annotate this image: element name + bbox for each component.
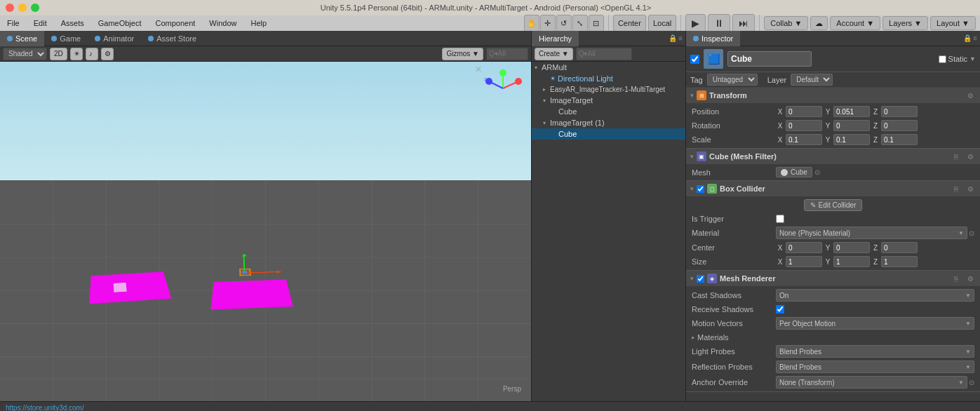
tool-rotate[interactable]: ↺ — [556, 15, 572, 32]
inspector-menu[interactable]: ≡ — [973, 34, 977, 42]
rotation-y-input[interactable] — [833, 120, 870, 131]
coord-local-button[interactable]: Local — [648, 15, 676, 32]
mesh-value-display[interactable]: Cube — [776, 167, 812, 177]
object-enable-checkbox[interactable] — [690, 55, 699, 64]
pivot-center-button[interactable]: Center — [613, 15, 646, 32]
meshfilter-settings-icon[interactable]: ⚙ — [965, 151, 976, 162]
material-select-icon[interactable]: ⊙ — [969, 229, 974, 237]
meshrenderer-header[interactable]: ▾ ◈ Mesh Renderer ⎘ ⚙ — [686, 271, 980, 286]
boxcollider-settings-icon[interactable]: ⚙ — [965, 183, 976, 194]
menu-assets[interactable]: Assets — [54, 15, 91, 31]
tab-scene[interactable]: Scene — [0, 31, 44, 46]
hierarchy-search-input[interactable] — [576, 48, 632, 60]
position-z-input[interactable] — [881, 106, 918, 117]
meshrenderer-settings-icon[interactable]: ⚙ — [965, 273, 976, 284]
tool-rect[interactable]: ⊡ — [589, 15, 604, 32]
hierarchy-item-imagetarget[interactable]: ▾ ImageTarget — [532, 95, 685, 106]
size-x-input[interactable] — [786, 256, 822, 267]
inspector-lock[interactable]: 🔒 — [963, 34, 972, 42]
position-x-input[interactable] — [786, 106, 822, 117]
step-button[interactable]: ⏭ — [732, 14, 755, 32]
center-z-input[interactable] — [881, 242, 918, 253]
account-button[interactable]: Account ▼ — [830, 16, 880, 30]
meshfilter-copy-icon[interactable]: ⎘ — [951, 151, 962, 162]
reflection-probes-dropdown[interactable]: Blend Probes ▼ — [776, 361, 974, 373]
window-controls[interactable] — [6, 4, 39, 12]
hierarchy-item-cube1[interactable]: Cube — [532, 106, 685, 117]
viewport[interactable]: x y z Persp ✕ — [0, 62, 531, 401]
menu-file[interactable]: File — [0, 15, 27, 31]
scale-z-input[interactable] — [881, 134, 918, 145]
boxcollider-copy-icon[interactable]: ⎘ — [951, 183, 962, 194]
meshfilter-header[interactable]: ▾ ▣ Cube (Mesh Filter) ⎘ ⚙ — [686, 149, 980, 164]
hierarchy-lock[interactable]: 🔒 — [669, 34, 677, 42]
layers-button[interactable]: Layers ▼ — [882, 16, 928, 30]
transform-header[interactable]: ▾ ⊞ Transform ⚙ — [686, 88, 980, 103]
pause-button[interactable]: ⏸ — [708, 14, 730, 32]
play-button[interactable]: ▶ — [685, 14, 706, 32]
viewport-close-btn[interactable]: ✕ — [475, 65, 482, 74]
materials-expand-icon[interactable]: ▸ — [692, 334, 695, 341]
hierarchy-item-imagetarget2[interactable]: ▾ ImageTarget (1) — [532, 117, 685, 128]
shading-select[interactable]: Shaded — [3, 48, 47, 60]
tool-scale[interactable]: ⤡ — [572, 15, 588, 32]
tool-move[interactable]: ✛ — [540, 15, 556, 32]
scene-search-input[interactable] — [486, 48, 528, 60]
menu-window[interactable]: Window — [202, 15, 243, 31]
menu-help[interactable]: Help — [243, 15, 274, 31]
cast-shadows-dropdown[interactable]: On ▼ — [776, 289, 974, 302]
mesh-select-icon[interactable]: ⊙ — [814, 168, 820, 176]
rotation-z-input[interactable] — [881, 120, 918, 131]
static-checkbox[interactable] — [939, 55, 946, 63]
tab-inspector[interactable]: Inspector — [686, 31, 740, 46]
cloud-button[interactable]: ☁ — [810, 16, 828, 30]
boxcollider-enable-checkbox[interactable] — [697, 185, 704, 193]
menu-gameobject[interactable]: GameObject — [91, 15, 149, 31]
tab-assetstore[interactable]: Asset Store — [141, 31, 203, 46]
static-toggle[interactable]: Static ▼ — [939, 55, 976, 63]
static-dropdown-arrow[interactable]: ▼ — [969, 55, 976, 62]
tab-hierarchy[interactable]: Hierarchy — [532, 31, 579, 46]
maximize-button[interactable] — [31, 4, 39, 12]
receive-shadows-checkbox[interactable] — [776, 305, 784, 314]
center-x-input[interactable] — [786, 242, 822, 253]
edit-collider-button[interactable]: ✎ Edit Collider — [804, 199, 863, 211]
minimize-button[interactable] — [18, 4, 27, 12]
position-y-input[interactable] — [833, 106, 870, 117]
tool-hand[interactable]: ✋ — [524, 15, 539, 32]
motion-vectors-dropdown[interactable]: Per Object Motion ▼ — [776, 317, 974, 330]
light-probes-dropdown[interactable]: Blend Probes ▼ — [776, 345, 974, 358]
anchor-select-icon[interactable]: ⊙ — [969, 379, 974, 386]
lighting-button[interactable]: ☀ — [70, 48, 83, 60]
anchor-override-dropdown[interactable]: None (Transform) ▼ — [776, 376, 967, 389]
audio-button[interactable]: ♪ — [86, 48, 98, 60]
object-name-input[interactable] — [727, 51, 812, 67]
layer-select[interactable]: Default — [791, 74, 833, 86]
tag-select[interactable]: Untagged — [707, 74, 758, 86]
hierarchy-item-cube2[interactable]: Cube — [532, 128, 685, 140]
menu-component[interactable]: Component — [148, 15, 202, 31]
size-z-input[interactable] — [881, 256, 918, 267]
transform-settings-icon[interactable]: ⚙ — [965, 90, 976, 101]
scale-x-input[interactable] — [786, 134, 822, 145]
boxcollider-header[interactable]: ▾ ◻ Box Collider ⎘ ⚙ — [686, 181, 980, 196]
hierarchy-menu[interactable]: ≡ — [678, 34, 683, 42]
tab-animator[interactable]: Animator — [88, 31, 141, 46]
hierarchy-create-button[interactable]: Create ▼ — [535, 48, 573, 60]
menu-edit[interactable]: Edit — [27, 15, 54, 31]
meshrenderer-copy-icon[interactable]: ⎘ — [951, 273, 962, 284]
hierarchy-item-dirlight[interactable]: ☀ Directional Light — [532, 73, 685, 84]
physics-material-dropdown[interactable]: None (Physic Material) ▼ — [776, 227, 967, 239]
layout-button[interactable]: Layout ▼ — [930, 16, 976, 30]
scale-y-input[interactable] — [833, 134, 870, 145]
fx-button[interactable]: ⚙ — [101, 48, 114, 60]
2d-button[interactable]: 2D — [50, 48, 67, 60]
hierarchy-item-armult[interactable]: ▾ ARMult — [532, 62, 685, 73]
collab-button[interactable]: Collab ▼ — [764, 16, 808, 30]
rotation-x-input[interactable] — [786, 120, 822, 131]
center-y-input[interactable] — [833, 242, 870, 253]
size-y-input[interactable] — [833, 256, 870, 267]
meshrenderer-enable-checkbox[interactable] — [697, 275, 704, 283]
is-trigger-checkbox[interactable] — [776, 215, 784, 223]
hierarchy-item-easyar[interactable]: ▸ EasyAR_ImageTracker-1-MultiTarget — [532, 84, 685, 95]
